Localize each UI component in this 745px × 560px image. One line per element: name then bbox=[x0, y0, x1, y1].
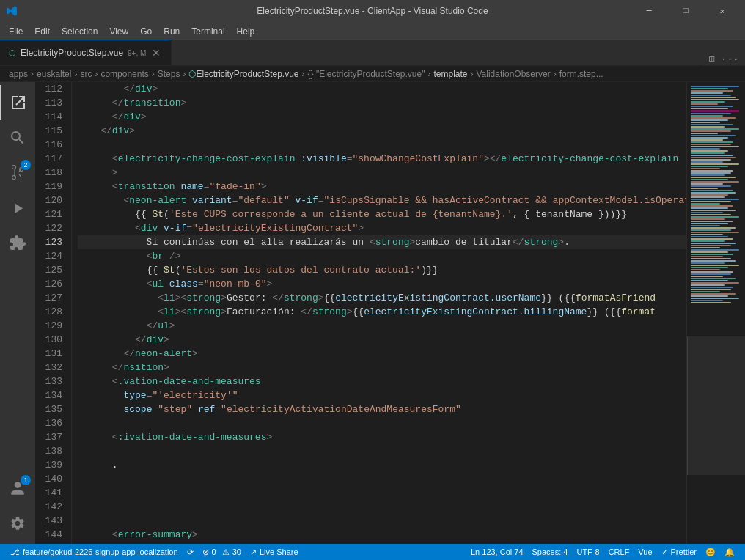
tab-electricity-product-step[interactable]: ⬡ ElectricityProductStep.vue 9+, M ✕ bbox=[0, 40, 172, 65]
menu-help[interactable]: Help bbox=[231, 25, 261, 38]
title-bar-controls: ─ □ ✕ bbox=[632, 0, 739, 22]
code-container: 112 113 114 115 116 117 118 119 120 121 … bbox=[35, 82, 745, 544]
code-line-116 bbox=[78, 138, 686, 152]
line-num-124: 124 bbox=[35, 249, 62, 263]
code-line-140 bbox=[78, 472, 686, 486]
code-line-124: <br /> bbox=[78, 249, 686, 263]
notification-bell-icon: 🔔 bbox=[724, 548, 735, 557]
tab-bar: ⬡ ElectricityProductStep.vue 9+, M ✕ ⊞ ·… bbox=[0, 40, 745, 66]
code-line-126: <ul class="neon-mb-0"> bbox=[78, 277, 686, 291]
line-num-132: 132 bbox=[35, 361, 62, 375]
account-icon[interactable]: 1 bbox=[0, 471, 35, 506]
minimap-viewport bbox=[687, 336, 745, 475]
explorer-icon[interactable] bbox=[0, 85, 35, 120]
menu-file[interactable]: File bbox=[3, 25, 29, 38]
status-language[interactable]: Vue bbox=[634, 544, 656, 560]
status-encoding[interactable]: UTF-8 bbox=[572, 544, 603, 560]
line-num-127: 127 bbox=[35, 291, 62, 305]
menu-edit[interactable]: Edit bbox=[29, 25, 56, 38]
minimap[interactable] bbox=[686, 82, 745, 544]
line-num-130: 130 bbox=[35, 333, 62, 347]
line-num-139: 139 bbox=[35, 458, 62, 472]
close-button[interactable]: ✕ bbox=[705, 0, 739, 22]
status-prettier[interactable]: ✓ Prettier bbox=[657, 544, 701, 560]
minimap-content bbox=[687, 82, 745, 544]
line-num-126: 126 bbox=[35, 277, 62, 291]
code-line-117: <electricity-change-cost-explain :visibl… bbox=[78, 152, 686, 166]
breadcrumb-euskaltel[interactable]: euskaltel bbox=[37, 69, 71, 79]
code-line-113: </transition> bbox=[78, 96, 686, 110]
source-control-icon[interactable]: 2 bbox=[0, 155, 35, 191]
breadcrumb-scope[interactable]: {} "ElectricityProductStep.vue" bbox=[308, 69, 425, 79]
code-line-114: </div> bbox=[78, 110, 686, 124]
breadcrumb-form-step[interactable]: form.step... bbox=[559, 69, 603, 79]
line-num-114: 114 bbox=[35, 110, 62, 124]
vue-file-icon: ⬡ bbox=[9, 48, 16, 58]
status-bar-right: Ln 123, Col 74 Spaces: 4 UTF-8 CRLF Vue … bbox=[466, 544, 739, 560]
settings-icon[interactable] bbox=[0, 506, 35, 541]
status-spaces[interactable]: Spaces: 4 bbox=[528, 544, 573, 560]
language-text: Vue bbox=[638, 548, 652, 556]
line-num-116: 116 bbox=[35, 138, 62, 152]
line-num-113: 113 bbox=[35, 96, 62, 110]
minimize-button[interactable]: ─ bbox=[632, 0, 666, 22]
line-num-141: 141 bbox=[35, 486, 62, 500]
source-control-badge: 2 bbox=[21, 160, 31, 170]
menu-go[interactable]: Go bbox=[134, 25, 158, 38]
feedback-icon: 😊 bbox=[705, 548, 716, 557]
menu-view[interactable]: View bbox=[103, 25, 134, 38]
extensions-icon[interactable] bbox=[0, 226, 35, 261]
status-sync[interactable]: ⟳ bbox=[183, 544, 198, 560]
prettier-text: Prettier bbox=[671, 548, 697, 556]
position-text: Ln 123, Col 74 bbox=[471, 548, 524, 556]
encoding-text: UTF-8 bbox=[576, 548, 599, 556]
breadcrumb-validation-observer[interactable]: ValidationObserver bbox=[477, 69, 551, 79]
maximize-button[interactable]: □ bbox=[669, 0, 702, 22]
code-line-131: </neon-alert> bbox=[78, 347, 686, 361]
title-bar: ElectricityProductStep.vue - ClientApp -… bbox=[0, 0, 745, 22]
status-errors[interactable]: ⊗ 0 ⚠ 30 bbox=[198, 544, 246, 560]
line-num-131: 131 bbox=[35, 347, 62, 361]
spaces-text: Spaces: 4 bbox=[532, 548, 568, 556]
line-num-133: 133 bbox=[35, 375, 62, 388]
more-actions-icon[interactable]: ··· bbox=[721, 54, 739, 65]
code-line-120: <neon-alert variant="default" v-if="isCu… bbox=[78, 194, 686, 207]
menu-terminal[interactable]: Terminal bbox=[186, 25, 230, 38]
line-num-136: 136 bbox=[35, 416, 62, 430]
breadcrumb-steps[interactable]: Steps bbox=[158, 69, 180, 79]
line-num-143: 143 bbox=[35, 514, 62, 528]
code-line-122: <div v-if="electricityExistingContract"> bbox=[78, 221, 686, 235]
breadcrumb-template[interactable]: template bbox=[433, 69, 467, 79]
status-live-share[interactable]: ↗ Live Share bbox=[246, 544, 303, 560]
main-layout: 2 1 112 113 114 bbox=[0, 82, 745, 544]
code-line-142 bbox=[78, 500, 686, 514]
account-badge: 1 bbox=[21, 475, 31, 485]
code-lines[interactable]: </div> </transition> </div> </div> bbox=[72, 82, 686, 544]
status-line-ending[interactable]: CRLF bbox=[604, 544, 634, 560]
menu-run[interactable]: Run bbox=[158, 25, 186, 38]
breadcrumb-apps[interactable]: apps bbox=[9, 69, 28, 79]
line-num-144: 144 bbox=[35, 528, 62, 542]
line-num-145: 145 bbox=[35, 542, 62, 544]
menu-selection[interactable]: Selection bbox=[56, 25, 103, 38]
line-num-129: 129 bbox=[35, 319, 62, 333]
status-position[interactable]: Ln 123, Col 74 bbox=[466, 544, 528, 560]
breadcrumb-src[interactable]: src bbox=[80, 69, 92, 79]
line-num-112: 112 bbox=[35, 82, 62, 96]
run-debug-icon[interactable] bbox=[0, 191, 35, 226]
line-num-120: 120 bbox=[35, 194, 62, 207]
breadcrumb-components[interactable]: components bbox=[100, 69, 148, 79]
split-editor-icon[interactable]: ⊞ bbox=[708, 53, 714, 65]
code-line-139: . bbox=[78, 458, 686, 472]
breadcrumb-file-icon: ⬡ bbox=[188, 69, 196, 79]
status-branch[interactable]: ⎇ feature/gokud-2226-signup-app-localiza… bbox=[6, 544, 183, 560]
search-icon[interactable] bbox=[0, 120, 35, 155]
line-num-121: 121 bbox=[35, 207, 62, 221]
line-num-134: 134 bbox=[35, 388, 62, 402]
tab-close-button[interactable]: ✕ bbox=[150, 47, 162, 59]
editor-content[interactable]: 112 113 114 115 116 117 118 119 120 121 … bbox=[35, 82, 745, 544]
line-numbers: 112 113 114 115 116 117 118 119 120 121 … bbox=[35, 82, 72, 544]
breadcrumb-filename[interactable]: ElectricityProductStep.vue bbox=[196, 69, 298, 79]
status-feedback[interactable]: 😊 bbox=[701, 544, 720, 560]
status-notification[interactable]: 🔔 bbox=[720, 544, 739, 560]
